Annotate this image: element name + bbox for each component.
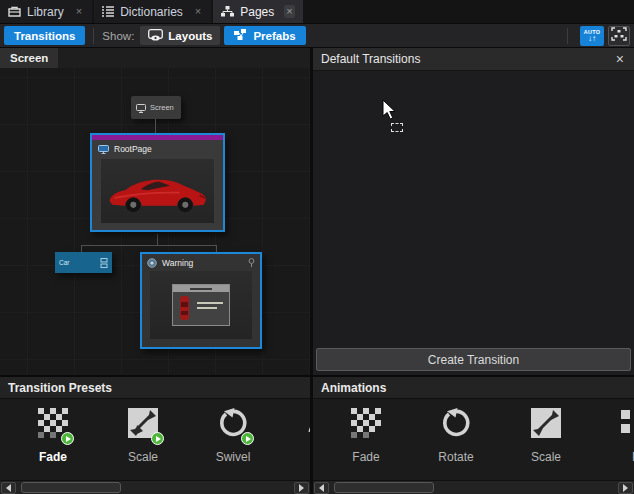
car-image <box>106 163 210 219</box>
play-badge-icon <box>241 432 254 445</box>
auto-arrange-arrows-icon: ↓↑ <box>588 35 596 43</box>
clipped-icon <box>621 408 634 442</box>
animation-item-rotate[interactable]: Rotate <box>411 407 501 480</box>
create-transition-button[interactable]: Create Transition <box>316 348 631 371</box>
tab-pages-label: Pages <box>240 5 274 19</box>
mouse-cursor <box>381 99 397 125</box>
page-graph-canvas[interactable]: Screen RootPage <box>0 68 310 375</box>
scrollbar-thumb[interactable] <box>21 482 121 493</box>
screen-panel-header: Screen <box>0 48 310 68</box>
close-icon[interactable]: × <box>284 5 294 18</box>
preset-label: Swivel <box>216 450 251 464</box>
connector-line <box>81 245 82 252</box>
animation-label: Scale <box>531 450 561 464</box>
pages-toolbar: Transitions Show: Layouts Prefabs AUTO ↓… <box>0 24 634 48</box>
monitor-icon <box>98 140 109 158</box>
screen-graph-panel: Screen Screen <box>0 48 313 375</box>
transitions-button-label: Transitions <box>14 30 75 42</box>
car-node[interactable]: Car <box>55 252 112 273</box>
transition-presets-list: Fade Scale <box>0 399 310 480</box>
animations-panel: Animations Fade <box>313 377 634 494</box>
connector-line <box>157 234 158 245</box>
animation-item-clipped[interactable]: P <box>591 407 634 480</box>
instance-icon <box>100 254 108 272</box>
preset-item-scale[interactable]: Scale <box>98 407 188 480</box>
drag-indicator <box>391 123 403 132</box>
scroll-left-icon[interactable] <box>1 482 16 494</box>
transition-presets-title: Transition Presets <box>8 381 112 395</box>
close-icon[interactable]: × <box>74 5 84 18</box>
tab-dictionaries-label: Dictionaries <box>120 5 183 19</box>
preset-label: Fade <box>39 450 67 464</box>
transition-presets-header: Transition Presets <box>0 377 310 399</box>
fit-view-button[interactable] <box>608 26 630 46</box>
connector-line <box>155 119 156 133</box>
fade-checkerboard-icon <box>351 408 381 442</box>
scroll-right-icon[interactable] <box>618 482 633 494</box>
rootpage-preview <box>101 159 214 223</box>
animation-item-scale[interactable]: Scale <box>501 407 591 480</box>
scale-icon <box>531 408 561 442</box>
preset-item-clipped[interactable]: R <box>278 407 310 480</box>
hierarchy-icon <box>221 6 234 17</box>
warning-preview <box>150 271 252 339</box>
page-icon <box>147 254 157 272</box>
clipped-icon <box>308 408 310 442</box>
toolbar-separator <box>567 28 568 44</box>
layouts-button-label: Layouts <box>168 30 212 42</box>
animation-item-fade[interactable]: Fade <box>321 407 411 480</box>
warning-node[interactable]: Warning <box>140 252 262 349</box>
preset-item-fade[interactable]: Fade <box>8 407 98 480</box>
rootpage-node[interactable]: RootPage <box>90 133 225 232</box>
scroll-left-icon[interactable] <box>314 482 329 494</box>
transitions-button[interactable]: Transitions <box>4 26 85 45</box>
default-transitions-header: Default Transitions × <box>313 48 634 71</box>
animation-label: Rotate <box>438 450 473 464</box>
close-icon[interactable]: × <box>614 52 626 66</box>
default-transitions-title: Default Transitions <box>321 52 614 66</box>
preset-item-swivel[interactable]: Swivel <box>188 407 278 480</box>
tab-library-label: Library <box>27 5 64 19</box>
auto-arrange-button[interactable]: AUTO ↓↑ <box>580 26 604 46</box>
car-top-view-image <box>180 296 189 320</box>
screen-panel-title: Screen <box>0 48 58 68</box>
rootpage-node-label: RootPage <box>114 144 152 154</box>
animation-label: Fade <box>352 450 379 464</box>
preset-label: Scale <box>128 450 158 464</box>
warning-node-label: Warning <box>162 258 243 268</box>
play-badge-icon <box>151 432 164 445</box>
close-icon[interactable]: × <box>193 5 203 18</box>
rotate-icon <box>440 408 472 442</box>
screen-node[interactable]: Screen <box>131 96 181 119</box>
initial-page-icon[interactable] <box>248 254 255 272</box>
connector-line <box>216 245 217 252</box>
list-icon <box>102 6 114 17</box>
animations-scrollbar[interactable] <box>313 480 634 494</box>
car-node-label: Car <box>59 259 100 266</box>
scroll-right-icon[interactable] <box>294 482 309 494</box>
animations-title: Animations <box>321 381 386 395</box>
layouts-toggle-button[interactable]: Layouts <box>140 26 220 45</box>
tab-dictionaries[interactable]: Dictionaries × <box>94 0 211 23</box>
transition-presets-panel: Transition Presets Fade <box>0 377 313 494</box>
scrollbar-thumb[interactable] <box>334 482 434 493</box>
eye-icon <box>148 29 163 43</box>
document-tab-bar: Library × Dictionaries × Pages × <box>0 0 634 24</box>
pages-editor-window: Library × Dictionaries × Pages × Transit… <box>0 0 634 494</box>
warning-thumbnail <box>172 284 230 326</box>
connector-line <box>81 245 217 246</box>
default-transitions-body[interactable] <box>313 71 634 345</box>
transition-presets-scrollbar[interactable] <box>0 480 310 494</box>
tab-library[interactable]: Library × <box>0 0 92 23</box>
prefabs-toggle-button[interactable]: Prefabs <box>224 26 305 45</box>
tab-pages[interactable]: Pages × <box>213 0 302 23</box>
toolbar-separator <box>93 28 94 44</box>
play-badge-icon <box>61 432 74 445</box>
fit-view-icon <box>611 27 627 44</box>
screen-node-label: Screen <box>150 103 174 112</box>
animations-list: Fade Rotate Scal <box>313 399 634 480</box>
animations-header: Animations <box>313 377 634 399</box>
default-transitions-panel: Default Transitions × Create Transition <box>313 48 634 375</box>
prefabs-button-label: Prefabs <box>253 30 295 42</box>
show-label: Show: <box>102 30 134 42</box>
